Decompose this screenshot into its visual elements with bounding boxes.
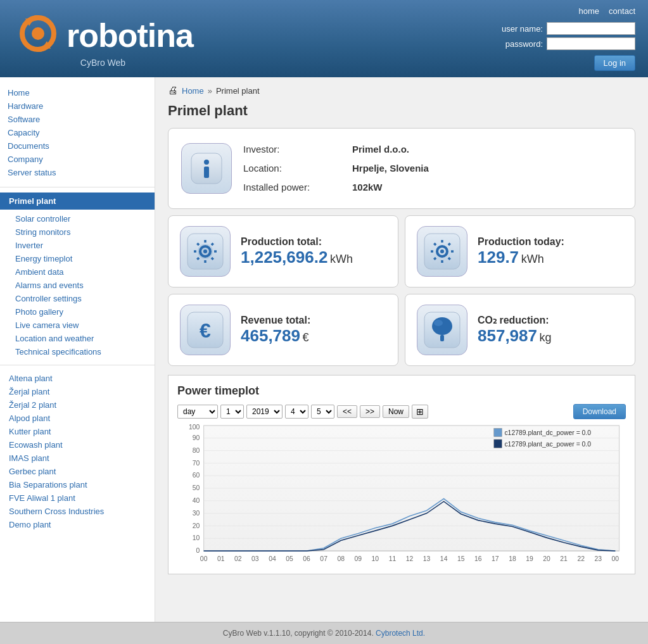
svg-text:21: 21	[560, 555, 568, 562]
password-input[interactable]	[547, 37, 635, 50]
sidebar-active-plant[interactable]: Primel plant	[0, 193, 155, 210]
svg-text:11: 11	[389, 555, 397, 562]
header-nav: home contact	[579, 6, 635, 16]
sidebar-alarms-events[interactable]: Alarms and events	[0, 279, 155, 292]
svg-text:03: 03	[251, 555, 259, 562]
sidebar-energy-timeplot[interactable]: Energy timeplot	[0, 252, 155, 265]
svg-text:0: 0	[196, 546, 200, 554]
investor-label: Investor:	[243, 140, 345, 159]
tree-icon	[417, 305, 467, 355]
login-button[interactable]: Log in	[594, 55, 635, 71]
footer-text: CyBro Web v.1.1.10, copyright © 2010-201…	[223, 629, 374, 638]
sidebar-imas[interactable]: IMAS plant	[0, 451, 155, 465]
next-button[interactable]: >>	[360, 405, 380, 418]
svg-text:08: 08	[337, 555, 345, 562]
sidebar-live-camera[interactable]: Live camera view	[0, 319, 155, 332]
production-total-text: Production total: 1,225,696.2 kWh	[241, 236, 353, 267]
svg-text:00: 00	[200, 555, 208, 562]
svg-rect-85	[494, 439, 502, 448]
fullscreen-button[interactable]: ⊞	[412, 405, 428, 419]
username-input[interactable]	[547, 22, 635, 35]
svg-text:50: 50	[193, 484, 200, 491]
sidebar-inverter[interactable]: Inverter	[0, 239, 155, 252]
timeplot-section: Power timeplot dayweekmonthyear 123 2019…	[168, 375, 635, 574]
day-select[interactable]: 123	[220, 405, 244, 419]
sidebar-tech-specs[interactable]: Technical specifications	[0, 345, 155, 358]
svg-line-28	[434, 258, 436, 260]
svg-text:30: 30	[193, 509, 200, 517]
svg-text:c12789.plant_dc_power = 0.0: c12789.plant_dc_power = 0.0	[504, 429, 591, 436]
svg-line-25	[434, 243, 436, 245]
nav-contact-link[interactable]: contact	[609, 6, 635, 16]
breadcrumb-home[interactable]: Home	[182, 86, 204, 96]
svg-line-16	[212, 243, 213, 245]
svg-rect-33	[440, 335, 444, 341]
production-today-text: Production today: 129.7 kWh	[478, 236, 564, 267]
power-label: Installed power:	[243, 178, 345, 197]
svg-text:16: 16	[474, 555, 482, 562]
sidebar-item-hardware[interactable]: Hardware	[8, 99, 147, 113]
svg-text:10: 10	[372, 555, 379, 562]
sidebar-solar-controller[interactable]: Solar controller	[0, 212, 155, 225]
production-total-unit: kWh	[330, 253, 353, 265]
info-details: Investor: Primel d.o.o. Location: Hrpelj…	[243, 140, 429, 197]
sidebar-zerjal[interactable]: Žerjal plant	[0, 385, 155, 398]
co2-card: CO₂ reduction: 857,987 kg	[405, 294, 635, 366]
revenue-value: 465,789	[241, 326, 300, 345]
download-button[interactable]: Download	[573, 404, 626, 419]
sidebar-photo-gallery[interactable]: Photo gallery	[0, 305, 155, 319]
sidebar-controller-settings[interactable]: Controller settings	[0, 292, 155, 305]
sidebar-southern-cross[interactable]: Southern Cross Industries	[0, 505, 155, 518]
svg-text:12: 12	[406, 555, 414, 562]
svg-point-32	[432, 317, 452, 335]
nav-home-link[interactable]: home	[579, 6, 600, 16]
co2-text: CO₂ reduction: 857,987 kg	[478, 314, 552, 346]
sidebar-divider2	[0, 365, 155, 365]
sidebar-alpod[interactable]: Alpod plant	[0, 412, 155, 425]
svg-text:90: 90	[193, 434, 200, 441]
sidebar: Home Hardware Software Capacity Document…	[0, 77, 155, 622]
sidebar-item-home[interactable]: Home	[8, 86, 147, 99]
brand-name: robotina	[67, 16, 193, 54]
sidebar-fve[interactable]: FVE Aliwal 1 plant	[0, 491, 155, 505]
sidebar-string-monitors[interactable]: String monitors	[0, 225, 155, 239]
sidebar-zerjal2[interactable]: Žerjal 2 plant	[0, 398, 155, 412]
period-select[interactable]: dayweekmonthyear	[177, 405, 218, 419]
hour-select[interactable]: 5	[311, 405, 334, 419]
svg-point-4	[204, 160, 209, 165]
footer-link[interactable]: Cybrotech Ltd.	[376, 629, 425, 638]
investor-value: Primel d.o.o.	[352, 140, 409, 159]
sidebar-kutter[interactable]: Kutter plant	[0, 425, 155, 438]
svg-point-34	[434, 320, 443, 326]
sidebar-demo[interactable]: Demo plant	[0, 518, 155, 531]
svg-text:02: 02	[234, 555, 242, 562]
sidebar-item-documents[interactable]: Documents	[8, 139, 147, 153]
header-right: home contact user name: password: Log in	[492, 6, 635, 71]
breadcrumb-printer-icon[interactable]	[168, 85, 178, 96]
production-today-value: 129.7	[478, 248, 519, 267]
svg-rect-83	[494, 428, 502, 436]
svg-text:06: 06	[303, 555, 310, 562]
sidebar-item-server-status[interactable]: Server status	[8, 166, 147, 179]
sidebar-item-software[interactable]: Software	[8, 113, 147, 126]
sidebar-ambient-data[interactable]: Ambient data	[0, 265, 155, 279]
co2-unit: kg	[540, 331, 552, 344]
sidebar-gerbec[interactable]: Gerbec plant	[0, 465, 155, 478]
svg-line-17	[197, 258, 199, 260]
breadcrumb-current: Primel plant	[216, 86, 260, 96]
sidebar-item-company[interactable]: Company	[8, 153, 147, 166]
sidebar-item-capacity[interactable]: Capacity	[8, 126, 147, 139]
svg-text:05: 05	[286, 555, 293, 562]
sidebar-altena[interactable]: Altena plant	[0, 372, 155, 385]
header: robotina CyBro Web home contact user nam…	[0, 0, 648, 77]
prev-button[interactable]: <<	[337, 405, 357, 418]
svg-text:100: 100	[189, 422, 200, 430]
sidebar-bia[interactable]: Bia Separations plant	[0, 478, 155, 491]
year-select[interactable]: 20192020	[246, 405, 283, 419]
production-total-card: Production total: 1,225,696.2 kWh	[168, 215, 398, 287]
sidebar-ecowash[interactable]: Ecowash plant	[0, 438, 155, 451]
main-content: Home » Primel plant Primel plant	[155, 77, 648, 622]
month-select[interactable]: 456	[285, 405, 308, 419]
now-button[interactable]: Now	[383, 405, 409, 418]
sidebar-location-weather[interactable]: Location and weather	[0, 332, 155, 345]
